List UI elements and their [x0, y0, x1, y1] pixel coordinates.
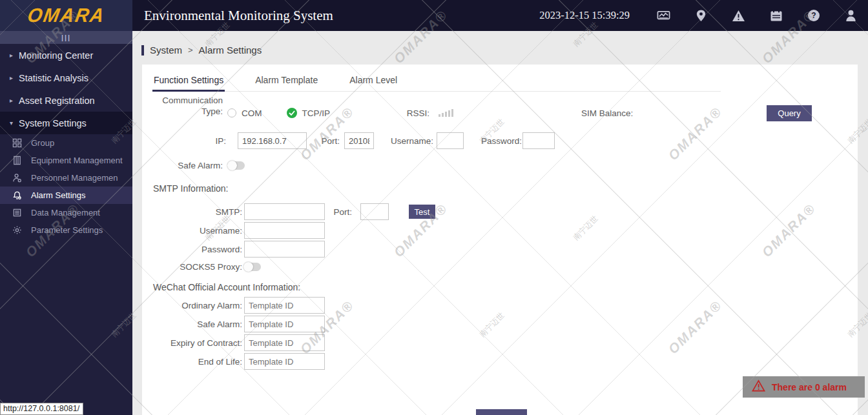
- sidebar-collapse-handle[interactable]: |||: [0, 31, 132, 44]
- alert-triangle-icon[interactable]: [732, 9, 745, 23]
- alert-triangle-icon: [752, 380, 765, 394]
- smtp-test-button[interactable]: Test: [409, 205, 435, 219]
- document-lines-icon: [12, 208, 22, 218]
- query-button[interactable]: Query: [767, 105, 812, 121]
- person-gear-icon: [12, 173, 22, 183]
- tab-alarm-level[interactable]: Alarm Level: [348, 72, 398, 91]
- smtp-port-label: Port:: [333, 207, 352, 217]
- app-logo: OMARA: [0, 0, 132, 31]
- breadcrumb: System > Alarm Settings: [141, 45, 262, 56]
- sidebar-item-label: Equipment Management: [31, 156, 123, 165]
- sidebar-item-label: Personnel Managemen: [31, 173, 118, 183]
- safe-alarm-toggle[interactable]: [228, 161, 245, 170]
- header: Environmental Monitoring System 2023-12-…: [132, 0, 868, 31]
- smtp-password-label: Password:: [142, 245, 242, 254]
- password-input[interactable]: [522, 132, 555, 149]
- end-of-life-label: End of Life:: [142, 357, 242, 367]
- sidebar-item-label: Parameter Settings: [31, 225, 103, 235]
- tab-alarm-template[interactable]: Alarm Template: [254, 72, 319, 91]
- sidebar-item-label: Asset Registration: [19, 96, 95, 106]
- expiry-of-contract-template-input[interactable]: [244, 334, 325, 351]
- sim-balance-label: SIM Balance:: [581, 108, 633, 118]
- safe-alarm-label: Safe Alarm:: [142, 161, 223, 170]
- breadcrumb-current: Alarm Settings: [199, 45, 262, 56]
- sidebar-item-personnel-management[interactable]: Personnel Managemen: [0, 169, 132, 187]
- wechat-section-label: WeChat Official Account Information:: [153, 282, 300, 292]
- chevron-right-icon: ▸: [10, 97, 19, 104]
- tab-function-settings[interactable]: Function Settings: [152, 72, 225, 91]
- smtp-label: SMTP:: [142, 207, 242, 217]
- breadcrumb-accent-bar: [141, 45, 144, 56]
- username-label: Username:: [391, 136, 432, 146]
- password-label: Password:: [481, 136, 517, 146]
- status-url-tooltip: http://127.0.0.1:8081/: [0, 403, 83, 415]
- com-radio[interactable]: [227, 108, 236, 117]
- header-timestamp: 2023-12-15 15:39:29: [539, 9, 630, 22]
- ip-label: IP:: [142, 136, 226, 146]
- smtp-password-input[interactable]: [244, 241, 325, 258]
- sidebar-item-statistic-analysis[interactable]: ▸ Statistic Analysis: [0, 66, 132, 89]
- alarm-banner-text: There are 0 alarm: [772, 382, 847, 392]
- collapse-icon: |||: [61, 34, 71, 41]
- save-button-partial[interactable]: [476, 409, 527, 415]
- sidebar-item-equipment-management[interactable]: Equipment Management: [0, 152, 132, 169]
- calendar-icon[interactable]: [769, 9, 783, 23]
- chevron-down-icon: ▾: [10, 119, 19, 127]
- sidebar-item-label: Statistic Analysis: [19, 73, 88, 83]
- sidebar: ▸ Monitoring Center ▸ Statistic Analysis…: [0, 44, 132, 415]
- trend-chart-icon[interactable]: [657, 9, 670, 23]
- tab-bar: Function Settings Alarm Template Alarm L…: [152, 72, 721, 92]
- settings-panel: Function Settings Alarm Template Alarm L…: [142, 65, 858, 415]
- port-label: Port:: [318, 136, 340, 146]
- socks5-proxy-toggle[interactable]: [244, 263, 261, 271]
- breadcrumb-parent[interactable]: System: [150, 45, 182, 56]
- sidebar-item-asset-registration[interactable]: ▸ Asset Registration: [0, 89, 132, 112]
- sidebar-item-parameter-settings[interactable]: Parameter Settings: [0, 221, 132, 239]
- chevron-right-icon: ▸: [10, 74, 19, 81]
- smtp-username-input[interactable]: [244, 222, 325, 239]
- breadcrumb-separator: >: [188, 45, 193, 55]
- rssi-label: RSSI:: [394, 108, 429, 118]
- rssi-signal-icon: [439, 109, 453, 117]
- wechat-safe-alarm-label: Safe Alarm:: [142, 319, 242, 329]
- ip-input[interactable]: [238, 132, 307, 149]
- end-of-life-template-input[interactable]: [244, 353, 325, 370]
- tcpip-radio-label: TCP/IP: [302, 108, 331, 118]
- page-title: Environmental Monitoring System: [144, 8, 333, 24]
- sidebar-item-label: Group: [31, 138, 54, 148]
- sidebar-item-monitoring-center[interactable]: ▸ Monitoring Center: [0, 44, 132, 66]
- port-input[interactable]: [344, 132, 374, 149]
- grid-icon: [12, 138, 22, 148]
- gear-icon: [12, 225, 22, 236]
- help-icon[interactable]: ?: [807, 9, 820, 23]
- smtp-input[interactable]: [244, 203, 325, 220]
- smtp-port-input[interactable]: [360, 203, 389, 220]
- tcpip-radio-checked[interactable]: [287, 108, 297, 118]
- sidebar-item-data-management[interactable]: Data Management: [0, 204, 132, 221]
- sidebar-item-system-settings[interactable]: ▾ System Settings: [0, 112, 132, 134]
- safe-alarm-template-input[interactable]: [244, 316, 325, 332]
- expiry-of-contract-label: Expiry of Contract:: [142, 338, 242, 348]
- location-pin-icon[interactable]: [694, 9, 708, 23]
- logo-text: OMARA: [26, 5, 107, 27]
- smtp-section-label: SMTP Information:: [153, 183, 228, 194]
- sidebar-item-label: Monitoring Center: [19, 50, 93, 61]
- content-area: System > Alarm Settings Function Setting…: [132, 31, 868, 415]
- bell-gear-icon: [12, 190, 22, 201]
- com-radio-label: COM: [242, 108, 262, 118]
- ordinary-alarm-template-input[interactable]: [244, 297, 325, 314]
- smtp-username-label: Username:: [142, 226, 242, 236]
- username-input[interactable]: [437, 132, 464, 149]
- user-icon[interactable]: [844, 9, 858, 23]
- sidebar-item-label: System Settings: [19, 118, 87, 128]
- sidebar-item-alarm-settings[interactable]: Alarm Settings: [0, 187, 132, 204]
- sidebar-item-label: Alarm Settings: [31, 190, 86, 200]
- chevron-right-icon: ▸: [10, 52, 19, 59]
- communication-type-label: Communication Type:: [152, 95, 223, 117]
- sidebar-item-label: Data Management: [31, 208, 100, 218]
- cabinet-icon: [12, 156, 22, 166]
- alarm-notification-banner[interactable]: There are 0 alarm: [743, 376, 865, 398]
- sidebar-item-group[interactable]: Group: [0, 134, 132, 152]
- svg-text:?: ?: [811, 11, 816, 20]
- socks5-proxy-label: SOCKS5 Proxy:: [142, 262, 242, 272]
